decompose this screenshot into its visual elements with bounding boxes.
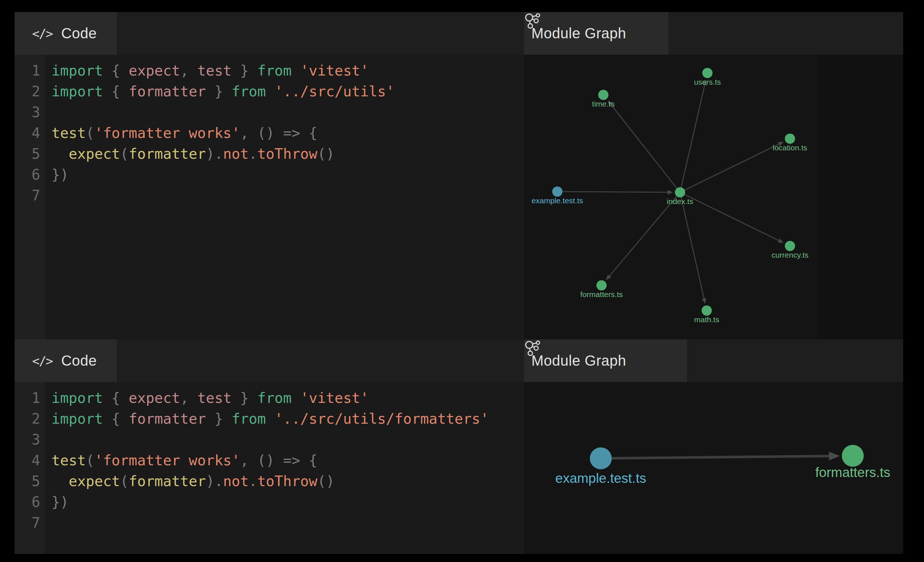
module-node-label: index.ts — [667, 197, 693, 205]
module-graph-icon — [524, 339, 541, 356]
tab-code[interactable]: </> Code — [15, 12, 117, 55]
module-edge — [609, 196, 677, 276]
module-node-label: formatters.ts — [580, 290, 623, 299]
line-number: 3 — [15, 102, 40, 123]
module-node-users.ts[interactable] — [702, 68, 712, 78]
module-node-label: users.ts — [694, 78, 721, 86]
module-graph-svg: users.tstime.tslocation.tsexample.test.t… — [524, 55, 903, 339]
code-editor[interactable]: 1import { expect, test } from 'vitest'2i… — [15, 382, 524, 554]
code-line: 6}) — [15, 492, 524, 513]
code-line-text — [40, 513, 51, 533]
module-node-currency.ts[interactable] — [785, 241, 795, 251]
code-icon: </> — [32, 26, 52, 41]
module-edge-arrowhead — [778, 239, 784, 243]
module-edge-arrowhead — [668, 190, 673, 194]
module-node-label: currency.ts — [771, 251, 808, 259]
module-node-label: example.test.ts — [531, 196, 583, 205]
code-line: 1import { expect, test } from 'vitest' — [15, 387, 524, 408]
module-graph-canvas[interactable]: users.tstime.tslocation.tsexample.test.t… — [524, 55, 903, 339]
module-node-label: formatters.ts — [815, 465, 890, 480]
module-edge — [611, 105, 677, 188]
panel-module-graph-bottom: Module Graph example.test.tsformatters.t… — [524, 339, 903, 554]
module-node-example.test.ts[interactable] — [552, 187, 562, 197]
code-line-text — [40, 429, 51, 450]
tab-code-label: Code — [61, 25, 97, 42]
code-line: 4test('formatter works', () => { — [15, 450, 524, 471]
code-line-text — [40, 102, 51, 123]
module-edge — [681, 197, 704, 299]
panel-code-bottom: </> Code 1import { expect, test } from '… — [15, 339, 524, 554]
module-node-label: math.ts — [694, 315, 720, 324]
code-line: 6}) — [15, 164, 524, 185]
code-line-text: }) — [40, 492, 69, 513]
line-number: 5 — [15, 143, 40, 164]
module-node-example.test.ts[interactable] — [590, 447, 612, 469]
module-node-math.ts[interactable] — [702, 305, 712, 316]
code-panel-header: </> Code — [15, 12, 524, 55]
module-node-label: location.ts — [773, 143, 807, 152]
code-line: 3 — [15, 429, 524, 450]
code-line-text: expect(formatter).not.toThrow() — [40, 471, 334, 492]
line-number: 6 — [15, 164, 40, 185]
tab-code-label: Code — [61, 353, 97, 369]
line-number: 7 — [15, 185, 40, 206]
code-line-text: }) — [40, 164, 69, 185]
module-node-location.ts[interactable] — [785, 133, 795, 144]
module-node-label: time.ts — [592, 100, 615, 108]
line-number: 1 — [15, 60, 40, 81]
graph-panel-header: Module Graph — [524, 339, 903, 383]
code-line: 5 expect(formatter).not.toThrow() — [15, 143, 524, 164]
code-line: 4test('formatter works', () => { — [15, 123, 524, 143]
tab-module-graph[interactable]: Module Graph — [524, 339, 687, 382]
line-number: 6 — [15, 492, 40, 513]
module-node-formatters.ts[interactable] — [842, 445, 864, 467]
module-graph-canvas[interactable]: example.test.tsformatters.ts — [524, 382, 903, 554]
tab-code[interactable]: </> Code — [15, 339, 117, 382]
tab-module-graph-label: Module Graph — [531, 353, 626, 369]
code-line-text: import { expect, test } from 'vitest' — [40, 60, 369, 81]
panel-module-graph-top: Module Graph users.tstime.tslocation.tse… — [524, 12, 903, 339]
line-number: 5 — [15, 471, 40, 492]
module-node-formatters.ts[interactable] — [596, 280, 607, 290]
module-edge — [562, 191, 668, 192]
module-node-index.ts[interactable] — [675, 187, 685, 197]
code-line-text — [40, 185, 51, 206]
line-number: 2 — [15, 408, 40, 429]
code-line: 1import { expect, test } from 'vitest' — [15, 60, 524, 81]
module-edge — [685, 194, 779, 241]
line-number: 7 — [15, 513, 40, 533]
code-line-text: import { expect, test } from 'vitest' — [40, 387, 369, 408]
line-number: 1 — [15, 387, 40, 408]
code-icon: </> — [32, 354, 52, 368]
line-number: 4 — [15, 123, 40, 143]
module-node-time.ts[interactable] — [598, 90, 609, 100]
module-edge-arrowhead — [829, 452, 840, 460]
code-line-text: import { formatter } from '../src/utils' — [40, 81, 394, 102]
code-line: 5 expect(formatter).not.toThrow() — [15, 471, 524, 492]
module-node-label: example.test.ts — [555, 471, 646, 486]
code-line: 2import { formatter } from '../src/utils… — [15, 408, 524, 429]
code-editor[interactable]: 1import { expect, test } from 'vitest'2i… — [15, 55, 524, 339]
module-edge-arrowhead — [702, 298, 706, 304]
code-line-text: test('formatter works', () => { — [40, 123, 317, 143]
code-line-text: test('formatter works', () => { — [40, 450, 317, 471]
code-line: 3 — [15, 102, 524, 123]
module-graph-svg: example.test.tsformatters.ts — [524, 382, 903, 554]
tab-module-graph-label: Module Graph — [531, 25, 626, 42]
code-line: 7 — [15, 185, 524, 206]
code-line-text: expect(formatter).not.toThrow() — [40, 143, 334, 164]
module-graph-icon — [524, 12, 541, 29]
code-line: 2import { formatter } from '../src/utils… — [15, 81, 524, 102]
panel-code-top: </> Code 1import { expect, test } from '… — [15, 12, 524, 339]
line-number: 2 — [15, 81, 40, 102]
line-number: 4 — [15, 450, 40, 471]
app-root: </> Code 1import { expect, test } from '… — [15, 12, 903, 554]
line-number: 3 — [15, 429, 40, 450]
code-line-text: import { formatter } from '../src/utils/… — [40, 408, 489, 429]
graph-panel-header: Module Graph — [524, 12, 903, 55]
tab-module-graph[interactable]: Module Graph — [524, 12, 668, 55]
code-panel-header: </> Code — [15, 339, 524, 383]
module-edge — [685, 144, 779, 190]
module-edge — [681, 85, 705, 187]
module-edge — [612, 456, 829, 458]
